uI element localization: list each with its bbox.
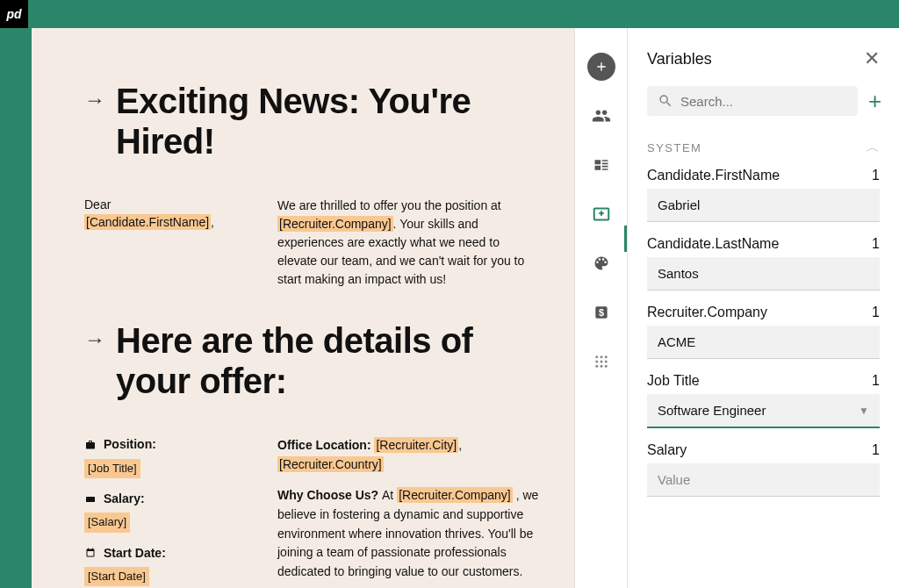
add-block-button[interactable] (587, 53, 615, 81)
office-label: Office Location: (277, 438, 374, 452)
chevron-up-icon[interactable]: ︿ (866, 139, 880, 157)
office-sep: , (458, 438, 462, 452)
briefcase-icon (84, 439, 97, 451)
variable-item: Recruiter.Company 1 (647, 305, 880, 359)
variable-name: Recruiter.Company (647, 305, 767, 320)
startdate-label: Start Date: (104, 545, 166, 563)
token-salary[interactable]: [Salary] (84, 513, 130, 532)
app-frame: → Exciting News: You're Hired! Dear [Can… (32, 28, 899, 588)
svg-point-14 (604, 365, 607, 368)
add-variable-button[interactable]: + (868, 90, 881, 112)
token-recruiter-country[interactable]: [Recruiter.Country] (277, 456, 384, 472)
apps-button[interactable] (587, 348, 615, 376)
svg-rect-0 (86, 497, 95, 502)
svg-text:$: $ (598, 307, 603, 318)
pricing-button[interactable]: $ (587, 298, 615, 326)
svg-point-8 (604, 355, 607, 358)
svg-point-11 (604, 361, 607, 363)
why-at: At (382, 488, 397, 502)
variable-name: Job Title (647, 373, 700, 389)
variables-button[interactable] (587, 200, 615, 228)
close-icon[interactable]: ✕ (864, 47, 880, 70)
search-icon (658, 93, 673, 109)
active-rail-indicator (624, 226, 627, 252)
position-label: Position: (104, 436, 156, 454)
token-job-title[interactable]: [Job Title] (84, 459, 140, 478)
arrow-right-icon: → (84, 327, 105, 352)
variables-panel: Variables ✕ + SYSTEM ︿ Candidate.FirstNa… (627, 28, 899, 588)
why-label: Why Choose Us? (277, 488, 382, 502)
search-input[interactable] (680, 94, 847, 109)
panel-title: Variables (647, 50, 712, 68)
variable-count: 1 (872, 168, 880, 183)
section-label-system: SYSTEM (647, 141, 701, 154)
variable-list: Candidate.FirstName 1 Candidate.LastName… (628, 168, 899, 511)
intro-pre: We are thrilled to offer you the positio… (277, 198, 501, 212)
variable-item: Salary 1 (647, 442, 880, 497)
variable-count: 1 (872, 236, 880, 252)
variable-name: Candidate.LastName (647, 236, 779, 252)
svg-point-12 (595, 365, 598, 368)
variable-count: 1 (872, 305, 880, 320)
salary-label: Salary: (104, 491, 145, 508)
doc-heading-1: Exciting News: You're Hired! (116, 81, 539, 161)
token-start-date[interactable]: [Start Date] (84, 567, 149, 586)
calendar-icon (84, 547, 97, 559)
token-recruiter-company-2[interactable]: [Recruiter.Company] (397, 487, 513, 503)
recipients-button[interactable] (587, 102, 615, 130)
arrow-right-icon: → (84, 88, 105, 112)
variable-value-input[interactable] (647, 463, 880, 497)
variable-item: Candidate.FirstName 1 (647, 168, 880, 222)
variable-name: Candidate.FirstName (647, 168, 780, 183)
chevron-down-icon: ▼ (859, 405, 869, 417)
app-logo: pd (0, 0, 28, 28)
variable-value-select[interactable]: Software Engineer ▼ (647, 394, 880, 428)
variable-item: Job Title 1 Software Engineer ▼ (647, 373, 880, 428)
variable-count: 1 (872, 373, 880, 389)
dear-label: Dear (84, 197, 111, 212)
content-button[interactable] (587, 151, 615, 179)
search-box[interactable] (647, 86, 858, 116)
variable-count: 1 (872, 442, 880, 458)
svg-point-6 (595, 355, 598, 358)
money-icon (84, 493, 97, 506)
document-canvas[interactable]: → Exciting News: You're Hired! Dear [Can… (32, 28, 574, 588)
variable-value-input[interactable] (647, 326, 880, 359)
svg-point-7 (600, 355, 602, 358)
token-candidate-firstname[interactable]: [Candidate.FirstName] (84, 214, 211, 230)
variable-item: Candidate.LastName 1 (647, 236, 880, 290)
variable-value-input[interactable] (647, 257, 880, 290)
doc-heading-2: Here are the details of your offer: (116, 320, 539, 401)
design-button[interactable] (587, 249, 615, 277)
token-recruiter-city[interactable]: [Recruiter.City] (374, 437, 458, 453)
svg-point-10 (600, 361, 602, 363)
icon-rail: $ (574, 28, 627, 588)
intro-paragraph: We are thrilled to offer you the positio… (277, 197, 539, 289)
greeting-block: Dear [Candidate.FirstName], (84, 197, 242, 289)
svg-point-9 (595, 361, 598, 363)
svg-point-13 (600, 365, 602, 368)
variable-name: Salary (647, 442, 687, 458)
token-recruiter-company-1[interactable]: [Recruiter.Company] (277, 216, 393, 232)
variable-value-input[interactable] (647, 189, 880, 222)
select-value: Software Engineer (658, 403, 766, 418)
